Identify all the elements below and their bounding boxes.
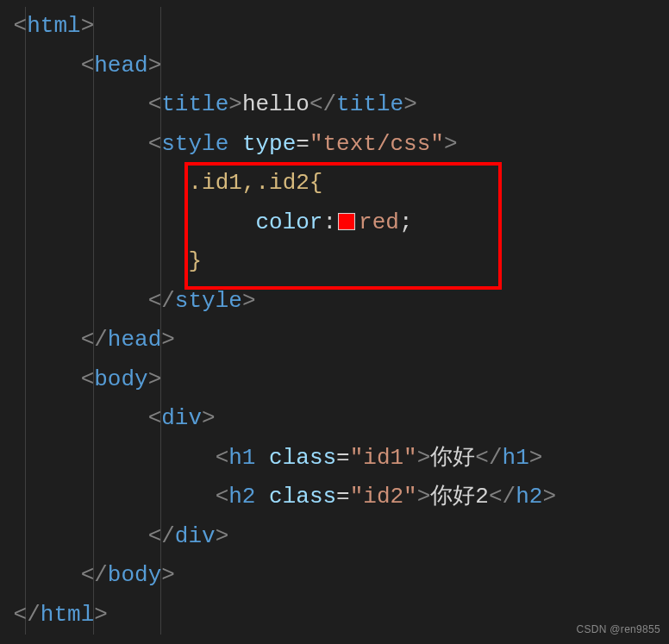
- css-close-brace: }: [188, 248, 202, 274]
- tag-h2: h2: [228, 484, 255, 510]
- code-editor[interactable]: <html> <head> <title>hello</title> <styl…: [0, 7, 669, 635]
- css-property: color: [255, 209, 322, 235]
- css-value: red: [359, 209, 399, 235]
- code-line[interactable]: </div>: [0, 517, 669, 557]
- code-line[interactable]: <h1 class="id1">你好</h1>: [0, 439, 669, 478]
- tag-html: html: [27, 13, 80, 39]
- code-line[interactable]: <head>: [0, 47, 669, 86]
- h2-text: 你好2: [430, 484, 489, 510]
- code-line[interactable]: <h2 class="id2">你好2</h2>: [0, 478, 669, 517]
- h1-text: 你好: [430, 445, 475, 471]
- code-line[interactable]: </style>: [0, 282, 669, 322]
- code-line[interactable]: }: [0, 242, 669, 282]
- code-line[interactable]: <title>hello</title>: [0, 85, 669, 125]
- code-line[interactable]: <body>: [0, 360, 669, 400]
- code-line[interactable]: </html>: [0, 596, 669, 635]
- tag-style: style: [161, 131, 228, 157]
- code-line[interactable]: </head>: [0, 321, 669, 360]
- code-line[interactable]: </body>: [0, 556, 669, 596]
- css-selector: .id1,.id2{: [188, 170, 322, 196]
- tag-h1: h1: [228, 445, 255, 471]
- code-line[interactable]: color:red;: [0, 203, 669, 243]
- tag-title: title: [161, 91, 228, 117]
- tag-div: div: [161, 405, 202, 431]
- attr-value: "text/css": [309, 131, 444, 157]
- attr-value: "id2": [350, 484, 417, 510]
- attr-value: "id1": [350, 445, 417, 471]
- code-line[interactable]: .id1,.id2{: [0, 164, 669, 203]
- color-swatch-icon[interactable]: [338, 213, 355, 230]
- code-line[interactable]: <html>: [0, 7, 669, 47]
- code-line[interactable]: <style type="text/css">: [0, 125, 669, 165]
- watermark: CSDN @ren9855: [577, 621, 660, 639]
- tag-body: body: [94, 366, 147, 392]
- tag-head: head: [94, 53, 147, 78]
- attr-type: type: [242, 131, 296, 157]
- title-text: hello: [242, 91, 309, 117]
- attr-class: class: [269, 484, 336, 510]
- attr-class: class: [269, 445, 336, 471]
- code-line[interactable]: <div>: [0, 399, 669, 439]
